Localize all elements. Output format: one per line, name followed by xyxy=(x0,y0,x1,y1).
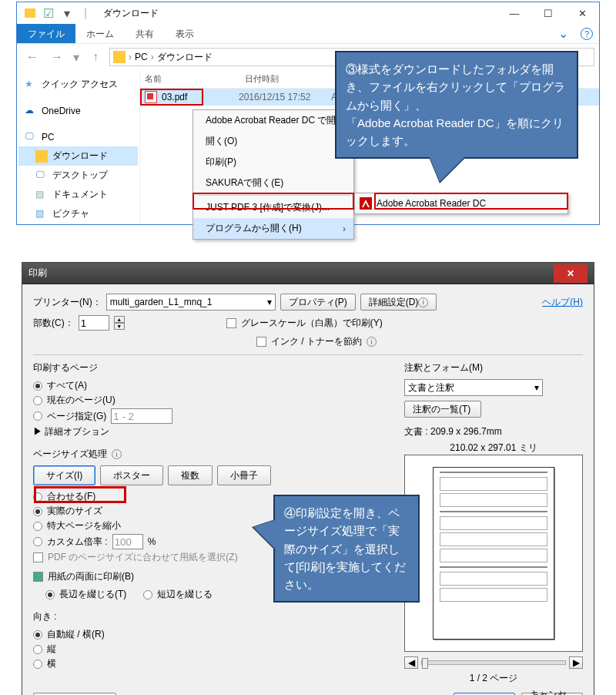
close-button[interactable]: ✕ xyxy=(565,2,599,24)
radio-orient-landscape[interactable] xyxy=(33,660,42,669)
ctx-print[interactable]: 印刷(P) xyxy=(193,152,353,173)
preview-size-label: 210.02 x 297.01 ミリ xyxy=(404,442,583,455)
instruction-callout-4: ④印刷設定を開き、ページサイズ処理で「実際のサイズ」を選択して[印刷]を実施して… xyxy=(273,495,420,603)
radio-orient-auto[interactable] xyxy=(33,630,42,640)
nav-pictures[interactable]: ▧ピクチャ xyxy=(18,204,138,223)
ctx-sakura[interactable]: SAKURAで開く(E) xyxy=(193,173,353,193)
radio-current[interactable] xyxy=(33,396,42,405)
duplex-checkbox[interactable] xyxy=(33,572,43,582)
col-name[interactable]: 名前 xyxy=(140,73,240,85)
tab-share[interactable]: 共有 xyxy=(125,24,165,43)
copies-down[interactable]: ▼ xyxy=(114,323,125,330)
minimize-button[interactable]: — xyxy=(497,2,531,24)
radio-custom[interactable] xyxy=(33,537,42,546)
tab-home[interactable]: ホーム xyxy=(75,24,125,43)
folder-icon xyxy=(35,150,48,163)
ctx-open-adobe[interactable]: Adobe Acrobat Reader DC で開く xyxy=(193,110,353,131)
radio-orient-portrait[interactable] xyxy=(33,645,42,654)
annotations-list-button[interactable]: 注釈の一覧(T) xyxy=(404,401,481,418)
print-dialog: 印刷 ✕ プリンター(N)： multi_garden_L1_mnq_1▾ プロ… xyxy=(22,262,594,695)
pdf-size-checkbox[interactable] xyxy=(33,552,43,562)
highlight-open-with xyxy=(192,193,354,210)
info-icon: i xyxy=(367,337,377,347)
folder-icon xyxy=(113,51,126,63)
nav-onedrive[interactable]: ☁OneDrive xyxy=(18,102,138,120)
nav-documents[interactable]: ▤ドキュメント xyxy=(18,185,138,204)
advanced-button[interactable]: 詳細設定(D) i xyxy=(360,294,437,311)
copies-input[interactable] xyxy=(79,315,109,331)
nav-pc[interactable]: 🖵PC xyxy=(18,128,138,146)
dialog-close-button[interactable]: ✕ xyxy=(554,264,588,283)
radio-short-edge[interactable] xyxy=(143,590,152,599)
preview-slider[interactable] xyxy=(421,660,566,665)
radio-actual[interactable] xyxy=(33,507,42,516)
ctx-open[interactable]: 開く(O) xyxy=(193,131,353,152)
preview-page xyxy=(433,467,554,640)
range-input[interactable] xyxy=(111,408,172,424)
copies-up[interactable]: ▲ xyxy=(114,316,125,323)
annotations-select[interactable]: 文書と注釈▾ xyxy=(404,379,543,396)
chevron-down-icon: ▾ xyxy=(267,297,272,307)
radio-long-edge[interactable] xyxy=(45,590,55,599)
nav-quick-access[interactable]: ★クイック アクセス xyxy=(18,75,138,94)
nav-downloads[interactable]: ダウンロード xyxy=(18,146,138,166)
maximize-button[interactable]: ☐ xyxy=(531,2,565,24)
copies-label: 部数(C)： xyxy=(33,317,74,330)
print-preview xyxy=(404,455,583,652)
annotations-label: 注釈とフォーム(M) xyxy=(404,361,583,374)
radio-range[interactable] xyxy=(33,411,42,421)
col-date[interactable]: 日付時刻 xyxy=(240,73,333,85)
context-menu: Adobe Acrobat Reader DC で開く 開く(O) 印刷(P) … xyxy=(192,109,354,240)
radio-shrink[interactable] xyxy=(33,522,42,531)
up-button[interactable]: ↑ xyxy=(85,47,106,67)
tab-size[interactable]: サイズ(I) xyxy=(33,465,95,485)
dialog-title: 印刷 xyxy=(28,267,47,280)
properties-icon[interactable]: ☑ xyxy=(40,5,57,22)
orientation-label: 向き : xyxy=(33,610,393,623)
recent-dropdown[interactable]: ▾ xyxy=(71,47,82,67)
pc-icon: 🖵 xyxy=(25,131,37,143)
pager-label: 1 / 2 ページ xyxy=(404,672,583,685)
forward-button[interactable]: → xyxy=(46,47,68,67)
properties-button[interactable]: プロパティ(P) xyxy=(280,294,356,311)
instruction-callout-3: ③様式をダウンロードしたフォルダを開き、ファイルを右クリックして「プログラムから… xyxy=(335,51,578,159)
custom-scale-input[interactable] xyxy=(112,534,143,549)
window-title: ダウンロード xyxy=(99,7,497,20)
preview-next-button[interactable]: ▶ xyxy=(569,656,583,669)
tab-file[interactable]: ファイル xyxy=(17,24,75,43)
file-date: 2016/12/15 17:52 xyxy=(239,92,331,102)
save-ink-label: インク / トナーを節約 xyxy=(271,335,362,348)
info-icon: i xyxy=(112,449,122,459)
grayscale-checkbox[interactable] xyxy=(226,318,236,328)
help-icon[interactable]: ? xyxy=(581,28,593,40)
qat-dropdown-icon[interactable]: ▾ xyxy=(59,5,75,22)
picture-icon: ▧ xyxy=(35,208,48,220)
cloud-icon: ☁ xyxy=(25,105,37,117)
grayscale-label: グレースケール（白黒）で印刷(Y) xyxy=(241,317,383,330)
chevron-down-icon: ▾ xyxy=(534,382,539,393)
nav-pane: ★クイック アクセス ☁OneDrive 🖵PC ダウンロード 🖵デスクトップ … xyxy=(17,70,140,224)
help-link[interactable]: ヘルプ(H) xyxy=(542,296,583,309)
breadcrumb-folder[interactable]: ダウンロード xyxy=(157,51,213,64)
breadcrumb-pc[interactable]: PC xyxy=(135,52,148,62)
more-options-toggle[interactable]: ▶ 詳細オプション xyxy=(33,425,393,438)
tab-poster[interactable]: ポスター xyxy=(100,465,163,485)
printer-label: プリンター(N)： xyxy=(33,296,102,309)
chevron-right-icon: › xyxy=(343,223,346,234)
tab-booklet[interactable]: 小冊子 xyxy=(217,465,271,485)
info-icon: i xyxy=(418,297,428,307)
titlebar: ☑ ▾ | ダウンロード — ☐ ✕ xyxy=(17,2,599,24)
desktop-icon: 🖵 xyxy=(35,170,48,182)
pages-section-label: 印刷するページ xyxy=(33,361,393,374)
ribbon-collapse-icon[interactable]: ⌄ xyxy=(551,24,574,43)
radio-all[interactable] xyxy=(33,381,42,391)
tab-multi[interactable]: 複数 xyxy=(168,465,213,485)
radio-fit[interactable] xyxy=(33,492,42,502)
ctx-open-with[interactable]: プログラムから開く(H) › xyxy=(193,218,353,239)
tab-view[interactable]: 表示 xyxy=(165,24,205,43)
preview-prev-button[interactable]: ◀ xyxy=(404,656,418,669)
nav-desktop[interactable]: 🖵デスクトップ xyxy=(18,166,138,185)
back-button[interactable]: ← xyxy=(22,47,43,67)
printer-select[interactable]: multi_garden_L1_mnq_1▾ xyxy=(106,294,276,311)
save-ink-checkbox[interactable] xyxy=(256,337,266,347)
